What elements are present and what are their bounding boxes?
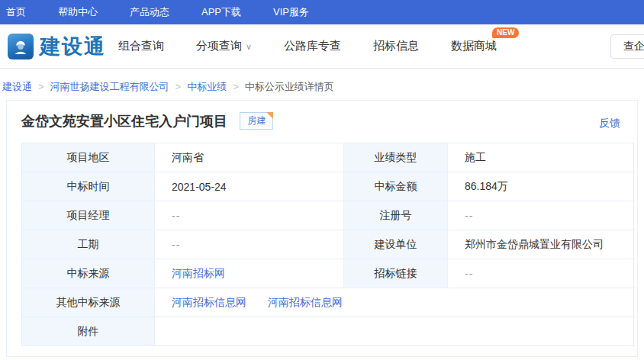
label-attachment: 附件 [22, 317, 154, 346]
value-registration-no: -- [447, 201, 635, 230]
topnav-app-download[interactable]: APP下载 [201, 5, 241, 19]
menu-bid-info[interactable]: 招标信息 [373, 39, 419, 53]
other-source-link-2[interactable]: 河南招标信息网 [268, 296, 343, 310]
topnav-home[interactable]: 首页 [6, 5, 26, 19]
breadcrumb-separator: > [175, 81, 182, 92]
breadcrumb-home[interactable]: 建设通 [2, 80, 32, 94]
topnav-help-center[interactable]: 帮助中心 [58, 5, 98, 19]
label-registration-no: 注册号 [343, 201, 447, 230]
breadcrumb-company[interactable]: 河南世扬建设工程有限公司 [50, 80, 169, 94]
category-tag-label: 房建 [247, 115, 266, 126]
value-win-date: 2021-05-24 [154, 172, 343, 201]
breadcrumb-separator: > [233, 81, 239, 92]
label-owner-unit: 建设单位 [343, 230, 447, 259]
value-owner-unit: 郑州市金岱鼎城置业有限公司 [447, 230, 635, 259]
worker-logo-icon [8, 34, 34, 59]
project-detail-card: 金岱文苑安置小区住宅入户门项目 房建 反馈 项目地区 河南省 业绩类型 施工 中… [6, 100, 638, 357]
feedback-link[interactable]: 反馈 [599, 117, 620, 130]
menu-data-mall[interactable]: 数据商城 NEW [451, 39, 497, 53]
label-win-amount: 中标金额 [343, 172, 447, 201]
header-menu: 组合查询 分项查询∨ 公路库专查 招标信息 数据商城 NEW [118, 39, 529, 53]
category-tag: 房建 [240, 112, 273, 130]
value-bid-link: -- [447, 259, 635, 288]
value-record-type: 施工 [447, 143, 635, 172]
top-nav-bar: 首页 帮助中心 产品动态 APP下载 VIP服务 [0, 0, 644, 24]
project-info-table: 项目地区 河南省 业绩类型 施工 中标时间 2021-05-24 中标金额 86… [21, 143, 634, 346]
value-construction-period: -- [154, 230, 343, 259]
label-project-manager: 项目经理 [22, 201, 154, 230]
brand-logo[interactable]: 建设通 [8, 33, 106, 60]
label-other-win-sources: 其他中标来源 [22, 288, 154, 317]
label-project-region: 项目地区 [22, 143, 154, 172]
label-win-date: 中标时间 [22, 172, 154, 201]
breadcrumb-current-page: 中标公示业绩详情页 [245, 80, 334, 94]
label-record-type: 业绩类型 [343, 143, 447, 172]
topnav-product-news[interactable]: 产品动态 [130, 5, 169, 19]
tag-fold-icon [266, 112, 273, 119]
other-source-link-1[interactable]: 河南招标信息网 [172, 296, 246, 310]
value-project-manager: -- [154, 201, 343, 230]
main-header: 建设通 组合查询 分项查询∨ 公路库专查 招标信息 数据商城 NEW 查企业 [0, 24, 644, 69]
label-win-source: 中标来源 [22, 259, 154, 288]
value-attachment [154, 317, 635, 346]
brand-name: 建设通 [40, 33, 106, 60]
search-company-button[interactable]: 查企业 [610, 34, 644, 59]
value-project-region: 河南省 [154, 143, 343, 172]
breadcrumb: 建设通 > 河南世扬建设工程有限公司 > 中标业绩 > 中标公示业绩详情页 [0, 69, 644, 100]
menu-item-query[interactable]: 分项查询∨ [196, 39, 252, 53]
card-header: 金岱文苑安置小区住宅入户门项目 房建 反馈 [7, 101, 637, 132]
win-source-link[interactable]: 河南招标网 [172, 267, 225, 281]
value-other-win-sources: 河南招标信息网 河南招标信息网 [154, 288, 635, 317]
value-win-amount: 86.184万 [447, 172, 635, 201]
menu-highway-db-query[interactable]: 公路库专查 [284, 39, 341, 53]
label-bid-link: 招标链接 [343, 259, 447, 288]
breadcrumb-separator: > [38, 81, 44, 92]
chevron-down-icon: ∨ [246, 42, 252, 51]
menu-combined-query[interactable]: 组合查询 [118, 39, 164, 53]
menu-data-mall-label: 数据商城 [451, 39, 497, 52]
breadcrumb-win-record[interactable]: 中标业绩 [187, 80, 227, 94]
page-title: 金岱文苑安置小区住宅入户门项目 [21, 112, 227, 130]
value-win-source: 河南招标网 [154, 259, 343, 288]
label-construction-period: 工期 [22, 230, 154, 259]
new-badge: NEW [492, 27, 519, 38]
menu-item-query-label: 分项查询 [196, 39, 242, 52]
topnav-vip-service[interactable]: VIP服务 [273, 5, 309, 19]
